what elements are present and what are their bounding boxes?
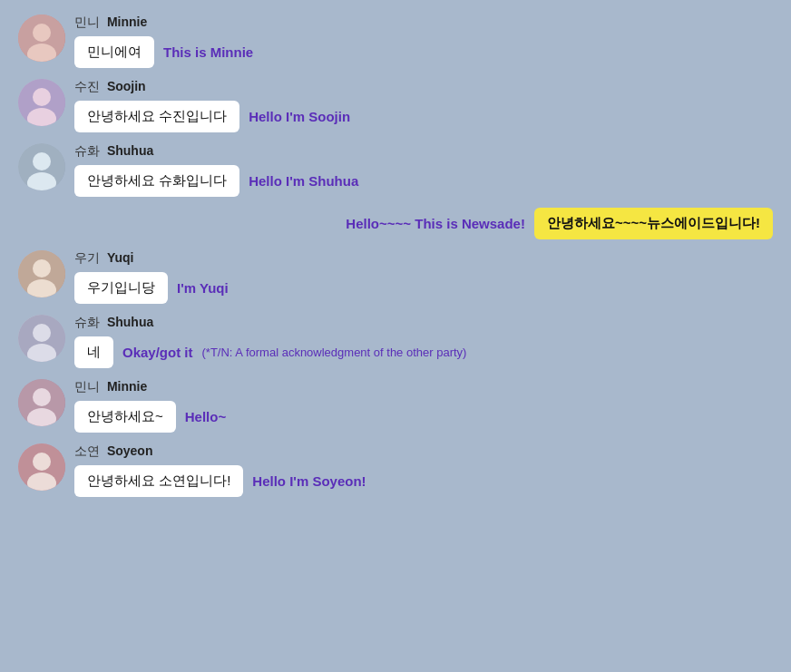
bubble-row: 안녕하세요 슈화입니다 Hello I'm Shuhua [74, 165, 358, 197]
sender-name: 우기 Yuqi [74, 250, 229, 267]
message-content: 슈화 Shuhua 네 Okay/got it (*T/N: A formal … [74, 315, 466, 368]
korean-bubble: 민니에여 [74, 36, 154, 68]
message-content: 소연 Soyeon 안녕하세요 소연입니다! Hello I'm Soyeon! [74, 443, 366, 497]
translation: Hello~ [185, 409, 226, 424]
translation: This is Minnie [163, 44, 253, 60]
avatar [18, 79, 65, 126]
message-content: 민니 Minnie 안녕하세요~ Hello~ [74, 379, 226, 433]
korean-bubble: 안녕하세요~ [74, 401, 176, 433]
svg-point-19 [33, 453, 51, 471]
svg-point-1 [33, 24, 51, 42]
message-row: 민니 Minnie 안녕하세요~ Hello~ [18, 379, 773, 433]
korean-bubble: 안녕하세요 수진입니다 [74, 101, 239, 132]
svg-point-4 [33, 88, 51, 106]
avatar [18, 379, 65, 426]
sender-name: 수진 Soojin [74, 79, 350, 95]
avatar [18, 443, 65, 491]
right-text: Hello~~~~ This is Newsade! [346, 216, 525, 231]
chat-container: 민니 Minnie 민니에여 This is Minnie 수진 Soojin [18, 15, 773, 497]
message-row: 우기 Yuqi 우기입니당 I'm Yuqi [18, 250, 773, 304]
avatar [18, 15, 65, 62]
message-row-right: Hello~~~~ This is Newsade! 안녕하세요~~~~뉴스에이… [18, 208, 773, 239]
yellow-bubble: 안녕하세요~~~~뉴스에이드입니다! [534, 208, 773, 239]
bubble-row: 안녕하세요~ Hello~ [74, 401, 226, 433]
svg-point-16 [33, 388, 51, 406]
korean-bubble: 네 [74, 336, 113, 368]
avatar [18, 143, 65, 190]
translation: Hello I'm Shuhua [249, 173, 358, 189]
avatar [18, 250, 65, 297]
message-content: 우기 Yuqi 우기입니당 I'm Yuqi [74, 250, 229, 304]
translation-note: (*T/N: A formal acknowledgment of the ot… [202, 346, 467, 359]
translation: I'm Yuqi [177, 280, 229, 296]
message-content: 수진 Soojin 안녕하세요 수진입니다 Hello I'm Soojin [74, 79, 350, 132]
svg-point-10 [33, 259, 51, 278]
bubble-row: 우기입니당 I'm Yuqi [74, 272, 229, 304]
translation: Okay/got it [122, 345, 193, 360]
korean-bubble: 우기입니당 [74, 272, 168, 304]
sender-name: 민니 Minnie [74, 379, 226, 395]
message-content: 민니 Minnie 민니에여 This is Minnie [74, 15, 253, 68]
message-row: 수진 Soojin 안녕하세요 수진입니다 Hello I'm Soojin [18, 79, 773, 132]
translation: Hello I'm Soyeon! [252, 473, 366, 489]
message-row: 슈화 Shuhua 안녕하세요 슈화입니다 Hello I'm Shuhua [18, 143, 773, 197]
message-content: 슈화 Shuhua 안녕하세요 슈화입니다 Hello I'm Shuhua [74, 143, 358, 197]
bubble-row: 안녕하세요 수진입니다 Hello I'm Soojin [74, 101, 350, 132]
bubble-row: 네 Okay/got it (*T/N: A formal acknowledg… [74, 336, 466, 368]
sender-name: 슈화 Shuhua [74, 315, 466, 331]
korean-bubble: 안녕하세요 소연입니다! [74, 465, 243, 497]
sender-name: 소연 Soyeon [74, 443, 366, 460]
svg-point-7 [33, 152, 51, 170]
avatar [18, 315, 65, 362]
korean-bubble: 안녕하세요 슈화입니다 [74, 165, 239, 197]
sender-name: 민니 Minnie [74, 15, 253, 31]
sender-name: 슈화 Shuhua [74, 143, 358, 160]
bubble-row: 민니에여 This is Minnie [74, 36, 253, 68]
svg-point-13 [33, 324, 51, 342]
message-row: 민니 Minnie 민니에여 This is Minnie [18, 15, 773, 68]
message-row: 슈화 Shuhua 네 Okay/got it (*T/N: A formal … [18, 315, 773, 368]
message-row: 소연 Soyeon 안녕하세요 소연입니다! Hello I'm Soyeon! [18, 443, 773, 497]
translation: Hello I'm Soojin [249, 109, 350, 124]
bubble-row: 안녕하세요 소연입니다! Hello I'm Soyeon! [74, 465, 366, 497]
